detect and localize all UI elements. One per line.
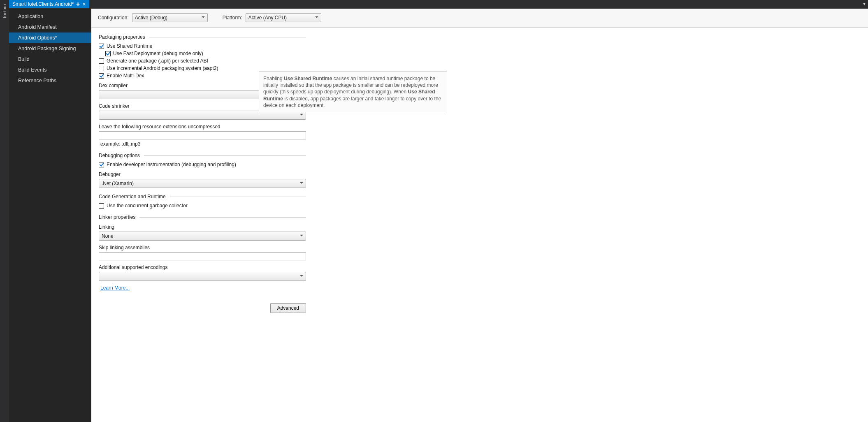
section-linker-title: Linker properties <box>99 214 306 220</box>
form-area: Packaging properties Use Shared Runtime … <box>91 28 868 422</box>
generate-one-package-row: Generate one package (.apk) per selected… <box>99 58 861 64</box>
tab-title: SmartHotel.Clients.Android* <box>12 1 74 7</box>
sidebar-item-android-manifest[interactable]: Android Manifest <box>9 22 91 32</box>
section-debugging-title: Debugging options <box>99 153 306 158</box>
toolbox-label: Toolbox <box>2 3 7 19</box>
linking-combo[interactable]: None <box>99 232 306 241</box>
leave-uncompressed-input[interactable] <box>99 131 306 139</box>
sidebar-item-android-options[interactable]: Android Options* <box>9 32 91 43</box>
sidebar-item-build-events[interactable]: Build Events <box>9 65 91 75</box>
use-shared-runtime-checkbox[interactable] <box>99 44 104 49</box>
enable-instrumentation-checkbox[interactable] <box>99 162 104 167</box>
tooltip: Enabling Use Shared Runtime causes an in… <box>259 72 447 112</box>
use-shared-runtime-row: Use Shared Runtime <box>99 43 861 49</box>
use-incremental-label: Use incremental Android packaging system… <box>107 65 218 71</box>
divider-icon <box>149 37 306 37</box>
divider-icon <box>139 217 306 218</box>
platform-label: Platform: <box>223 15 242 21</box>
linking-label: Linking <box>99 224 861 230</box>
section-packaging-title: Packaging properties <box>99 34 306 40</box>
section-codegen-title-text: Code Generation and Runtime <box>99 194 166 199</box>
leave-uncompressed-example: example: .dll;.mp3 <box>100 141 861 147</box>
sidebar-item-reference-paths[interactable]: Reference Paths <box>9 75 91 86</box>
generate-one-package-label: Generate one package (.apk) per selected… <box>107 58 208 64</box>
document-tab[interactable]: SmartHotel.Clients.Android* ✚ ✕ <box>9 0 89 8</box>
concurrent-gc-label: Use the concurrent garbage collector <box>107 203 188 209</box>
content: Configuration: Active (Debug) Platform: … <box>91 9 868 422</box>
dex-compiler-label: Dex compiler <box>99 83 861 88</box>
enable-instrumentation-label: Enable developer instrumentation (debugg… <box>107 162 236 167</box>
divider-icon <box>144 155 306 156</box>
concurrent-gc-row: Use the concurrent garbage collector <box>99 203 861 209</box>
sidebar-item-android-package-signing[interactable]: Android Package Signing <box>9 43 91 54</box>
advanced-row: Advanced <box>99 303 306 313</box>
section-codegen-title: Code Generation and Runtime <box>99 194 306 199</box>
skip-linking-label: Skip linking assemblies <box>99 245 861 250</box>
enable-multidex-row: Enable Multi-Dex <box>99 73 861 79</box>
use-incremental-checkbox[interactable] <box>99 66 104 71</box>
sidebar: Application Android Manifest Android Opt… <box>9 9 91 422</box>
sidebar-item-build[interactable]: Build <box>9 54 91 65</box>
use-incremental-row: Use incremental Android packaging system… <box>99 65 861 71</box>
code-shrinker-label: Code shrinker <box>99 103 861 109</box>
advanced-button[interactable]: Advanced <box>270 303 306 313</box>
configuration-row: Configuration: Active (Debug) Platform: … <box>91 9 868 28</box>
use-fast-deployment-row: Use Fast Deployment (debug mode only) <box>105 51 861 56</box>
debugger-combo[interactable]: .Net (Xamarin) <box>99 179 306 188</box>
section-debugging-title-text: Debugging options <box>99 153 140 158</box>
linking-value: None <box>102 233 114 239</box>
leave-uncompressed-label: Leave the following resource extensions … <box>99 124 861 130</box>
platform-value: Active (Any CPU) <box>248 15 287 21</box>
tooltip-text-1: Enabling <box>263 76 284 81</box>
enable-multidex-checkbox[interactable] <box>99 73 104 79</box>
enable-multidex-label: Enable Multi-Dex <box>107 73 144 79</box>
configuration-label: Configuration: <box>98 15 129 21</box>
learn-more-link[interactable]: Learn More... <box>100 285 130 291</box>
main-column: SmartHotel.Clients.Android* ✚ ✕ ▼ Applic… <box>9 0 868 422</box>
tabbar-dropdown-icon[interactable]: ▼ <box>861 0 868 8</box>
tooltip-bold-1: Use Shared Runtime <box>284 76 332 81</box>
divider-icon <box>170 197 306 197</box>
sidebar-item-application[interactable]: Application <box>9 11 91 22</box>
skip-linking-input[interactable] <box>99 252 306 260</box>
configuration-value: Active (Debug) <box>135 15 167 21</box>
tab-bar: SmartHotel.Clients.Android* ✚ ✕ ▼ <box>9 0 868 9</box>
use-shared-runtime-label: Use Shared Runtime <box>107 43 152 49</box>
pin-icon[interactable]: ✚ <box>76 2 80 7</box>
additional-encodings-combo[interactable] <box>99 272 306 281</box>
enable-instrumentation-row: Enable developer instrumentation (debugg… <box>99 162 861 167</box>
body-row: Application Android Manifest Android Opt… <box>9 9 868 422</box>
section-linker-title-text: Linker properties <box>99 214 135 220</box>
concurrent-gc-checkbox[interactable] <box>99 203 104 209</box>
configuration-combo[interactable]: Active (Debug) <box>132 13 208 22</box>
tooltip-text-3: is disabled, app packages are larger and… <box>263 96 441 108</box>
section-packaging-title-text: Packaging properties <box>99 34 145 40</box>
platform-combo[interactable]: Active (Any CPU) <box>246 13 321 22</box>
close-icon[interactable]: ✕ <box>82 2 86 7</box>
debugger-value: .Net (Xamarin) <box>102 181 134 186</box>
use-fast-deployment-checkbox[interactable] <box>105 51 111 56</box>
debugger-label: Debugger <box>99 172 861 177</box>
use-fast-deployment-label: Use Fast Deployment (debug mode only) <box>113 51 203 56</box>
generate-one-package-checkbox[interactable] <box>99 58 104 64</box>
additional-encodings-label: Additional supported encodings <box>99 264 861 270</box>
toolbox-strip[interactable]: Toolbox <box>0 0 9 422</box>
